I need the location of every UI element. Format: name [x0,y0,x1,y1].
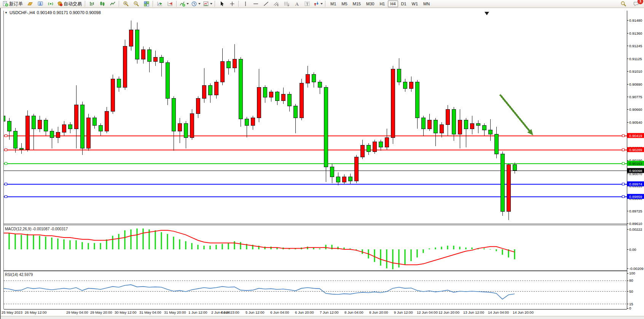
terminal-button[interactable] [35,0,45,8]
terminal-icon [37,1,43,7]
gold-box-icon [27,1,33,7]
periods-button[interactable] [190,0,202,8]
chart-shift-button[interactable] [165,0,175,8]
svg-text:29 May 20:00: 29 May 20:00 [90,310,112,314]
svg-text:0.90419: 0.90419 [629,134,642,138]
time-axis[interactable]: 25 May 202326 May 12:0029 May 04:0029 Ma… [2,310,534,314]
timeframe-h4-button[interactable]: H4 [388,0,398,7]
horizontal-line-button[interactable] [250,0,261,8]
timeframe-w1-button[interactable]: W1 [410,0,421,7]
timeframe-m30-button[interactable]: M30 [364,0,376,7]
svg-text:A: A [295,1,299,7]
text-a-icon: A [294,1,300,7]
svg-text:14 Jun 20:00: 14 Jun 20:00 [513,310,534,314]
svg-text:30 May 12:00: 30 May 12:00 [115,310,137,314]
search-button[interactable] [618,0,628,8]
signals-button[interactable] [45,0,56,8]
template-icon [203,1,209,7]
chart-title-dropdown-icon[interactable]: ▼ [5,11,8,14]
svg-text:5 Jun 12:00: 5 Jun 12:00 [245,310,265,314]
toolbar-separator [325,1,326,7]
chart-ohlc-values: 0.90149 0.90171 0.90070 0.90098 [37,10,101,15]
timeframe-d1-button[interactable]: D1 [399,0,409,7]
horizontal-line-0.89974[interactable]: 0.89974 [4,182,644,187]
fibonacci-button[interactable]: F [281,0,292,8]
timeframe-mn-button[interactable]: MN [421,0,432,7]
svg-text:12 Jun 04:00: 12 Jun 04:00 [417,310,438,314]
arrows-button[interactable] [312,0,324,8]
toolbar-separator [153,1,153,7]
timeframe-toolbar: M1M5M15M30H1H4D1W1MN [328,0,432,7]
candlestick-chart-button[interactable] [97,0,107,8]
trendline-icon [263,1,269,7]
crosshair-icon [229,1,235,7]
templates-button[interactable] [202,0,214,8]
equidistant-channel-button[interactable]: E [271,0,281,8]
autotrade-icon [57,1,63,7]
notifications-button[interactable]: 1 [631,0,641,8]
trendline-button[interactable] [261,0,271,8]
timeframe-h1-button[interactable]: H1 [377,0,387,7]
chevron-down-icon[interactable] [198,3,201,5]
bar-chart-button[interactable] [87,0,97,8]
bars-icon [89,1,95,7]
chevron-down-icon[interactable] [210,3,212,5]
toolbar-button-group: 新订单自动交易EFAT [1,0,327,8]
trading-terminal-window: 新订单自动交易EFAT M1M5M15M30H1H4D1W1MN 1 ▼ USD… [0,0,644,319]
toolbar-separator [176,1,177,7]
line-chart-button[interactable] [107,0,118,8]
text-button[interactable]: A [292,0,302,8]
toolbar-separator [85,1,86,7]
search-icon [620,1,626,7]
chart-canvas[interactable]: 0.914800.913600.912450.911250.910100.908… [1,8,644,319]
svg-text:1 Jun 12:00: 1 Jun 12:00 [188,310,207,314]
rsi-levels [4,281,627,304]
candles-icon [99,1,105,7]
auto-scroll-button[interactable] [155,0,165,8]
chart-window[interactable]: ▼ USDCHF-,H4 0.90149 0.90171 0.90070 0.9… [0,8,644,319]
toolbar-separator [238,1,239,7]
new-order-button[interactable]: 新订单 [1,0,25,8]
svg-text:0.90775: 0.90775 [629,95,642,99]
svg-text:E: E [277,4,279,6]
svg-text:0.89725: 0.89725 [629,209,642,213]
chart-title: ▼ USDCHF-,H4 0.90149 0.90171 0.90070 0.9… [5,10,101,15]
autotrading-button[interactable]: 自动交易 [56,0,84,8]
svg-text:0.90660: 0.90660 [629,107,642,112]
macd-label: MACD(12,26,9) -0.001087 -0.000317 [5,227,68,231]
label-t-icon: T [304,1,310,7]
chart-shift-marker[interactable] [485,12,489,15]
timeframe-m1-button[interactable]: M1 [328,0,338,7]
linechart-icon [110,1,116,7]
svg-text:4 Jun 23:00: 4 Jun 23:00 [220,310,239,314]
svg-text:0.90163: 0.90163 [629,161,642,166]
clock-icon [191,1,197,7]
vertical-line-button[interactable] [240,0,250,8]
timeframe-m15-button[interactable]: M15 [351,0,363,7]
down-arrow-annotation[interactable] [500,95,533,136]
svg-text:-0.00209: -0.00209 [629,266,644,271]
timeframe-m5-button[interactable]: M5 [339,0,349,7]
notification-count-badge: 1 [638,0,643,4]
profiles-button[interactable] [25,0,35,8]
tile-windows-button[interactable] [141,0,151,8]
fibo-icon: F [284,1,290,7]
horizontal-line-0.89859[interactable]: 0.89859 [4,194,644,199]
crosshair-button[interactable] [227,0,237,8]
cursor-button[interactable] [217,0,227,8]
zoom-in-button[interactable] [121,0,131,8]
zoom-out-button[interactable] [131,0,141,8]
chevron-down-icon[interactable] [187,3,189,5]
vline-icon [242,1,249,7]
toolbar-right-group: 1 [618,0,644,8]
svg-text:7 Jun 12:00: 7 Jun 12:00 [320,310,339,314]
chevron-down-icon[interactable] [320,3,323,5]
indicators-button[interactable] [178,0,190,8]
svg-text:25 May 2023: 25 May 2023 [2,310,22,314]
svg-text:0.00222: 0.00222 [629,227,642,231]
toolbar-separator [119,1,120,7]
rsi-label: RSI(14) 42.5979 [5,273,33,277]
hline-icon [253,1,259,7]
text-label-button[interactable]: T [302,0,312,8]
tile-icon [143,1,150,7]
